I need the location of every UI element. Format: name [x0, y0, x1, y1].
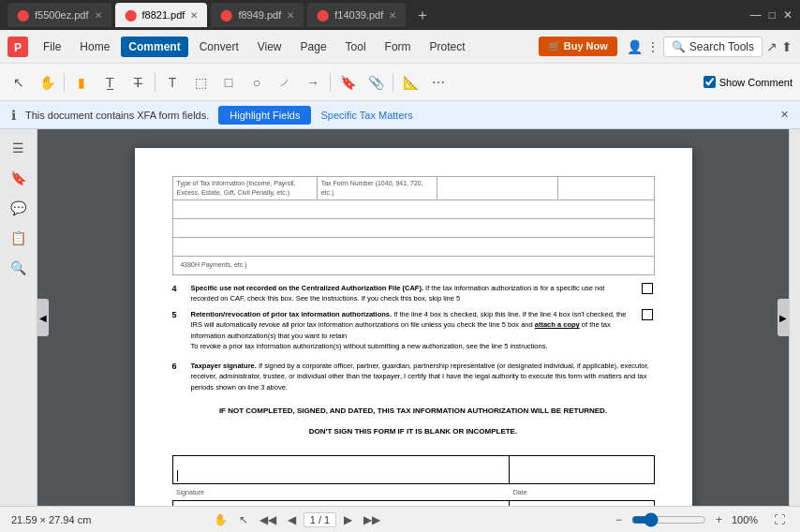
tab-f8949[interactable]: ⬤ f8949.pdf ✕	[211, 3, 304, 27]
menu-view[interactable]: View	[250, 37, 289, 57]
toolbar-separator-2	[155, 73, 156, 92]
upload-icon[interactable]: ⬆	[781, 39, 793, 54]
section5-title: Retention/revocation of prior tax inform…	[191, 310, 393, 318]
measure-tool[interactable]: 📐	[399, 71, 422, 94]
navigation-controls: ✋ ↖ ◀◀ ◀ 1 / 1 ▶ ▶▶	[210, 511, 384, 528]
menu-convert[interactable]: Convert	[192, 37, 246, 57]
signature-table: Signature Date Print Name	[172, 455, 655, 506]
main-area: ☰ 🔖 💬 📋 🔍 ◀ Type of Tax Information (Inc…	[0, 129, 800, 506]
zoom-in-button[interactable]: +	[712, 511, 726, 528]
menu-bar: P File Home Comment Convert View Page To…	[0, 30, 800, 64]
date-label: Date	[513, 489, 527, 495]
menu-page[interactable]: Page	[293, 37, 334, 57]
tab-label-f8949: f8949.pdf	[238, 9, 281, 21]
show-comment-checkbox[interactable]	[704, 76, 716, 88]
shape-tool[interactable]: □	[217, 71, 240, 94]
section-5: 5 Retention/revocation of prior tax info…	[172, 309, 655, 351]
toolbar-separator-4	[393, 73, 393, 92]
arrow-tool[interactable]: →	[302, 71, 324, 94]
pdf-document: Type of Tax Information (Income, Payroll…	[135, 148, 692, 506]
buy-now-button[interactable]: 🛒 Buy Now	[539, 37, 617, 56]
total-pages: 1	[324, 514, 330, 525]
pdf-content: Type of Tax Information (Income, Payroll…	[172, 176, 655, 506]
xfa-message: This document contains XFA form fields.	[25, 110, 209, 121]
left-sidebar: ☰ 🔖 💬 📋 🔍	[0, 129, 37, 506]
sidebar-icon-pages[interactable]: 📋	[7, 227, 30, 249]
sidebar-icon-search[interactable]: 🔍	[7, 257, 30, 279]
tab-close-f8821[interactable]: ✕	[190, 10, 198, 21]
zoom-level: 100%	[732, 514, 764, 525]
highlight-fields-button[interactable]: Highlight Fields	[218, 106, 311, 125]
last-page-button[interactable]: ▶▶	[360, 511, 384, 528]
menu-file[interactable]: File	[36, 37, 68, 57]
tab-f5500ez[interactable]: ⬤ f5500ez.pdf ✕	[7, 3, 111, 27]
tab-label-f8821: f8821.pdf	[142, 9, 185, 21]
pdf-viewer[interactable]: Type of Tax Information (Income, Payroll…	[37, 129, 789, 506]
minimize-button[interactable]: —	[750, 8, 762, 22]
specific-tax-link[interactable]: Specific Tax Matters	[320, 110, 412, 121]
oval-tool[interactable]: ○	[245, 71, 268, 94]
xfa-info-icon: ℹ	[11, 108, 16, 123]
line-tool[interactable]: ⟋	[274, 71, 296, 94]
tab-label-f5500ez: f5500ez.pdf	[35, 9, 89, 21]
section4-checkbox[interactable]	[642, 283, 653, 294]
tab-f8821[interactable]: ⬤ f8821.pdf ✕	[115, 3, 208, 27]
cursor-line	[177, 470, 178, 481]
fit-page-button[interactable]: ⛶	[770, 511, 789, 528]
section-6: 6 Taxpayer signature. If signed by a cor…	[172, 361, 655, 392]
menu-protect[interactable]: Protect	[422, 37, 473, 57]
stamp-tool[interactable]: 🔖	[336, 71, 359, 94]
collapse-sidebar-left-button[interactable]: ◀	[37, 299, 49, 336]
section4-title: Specific use not recorded on the Central…	[191, 284, 424, 292]
attach-tool[interactable]: 📎	[364, 71, 387, 94]
search-icon: 🔍	[672, 40, 686, 53]
tab-label-f14039: f14039.pdf	[334, 9, 383, 21]
highlight-tool[interactable]: ▮	[70, 71, 93, 94]
tab-f14039[interactable]: ⬤ f14039.pdf ✕	[307, 3, 406, 27]
tab-close-f5500ez[interactable]: ✕	[95, 10, 102, 21]
section6-text: If signed by a corporate officer, partne…	[191, 362, 649, 392]
zoom-controls: − + 100% ⛶	[612, 511, 789, 528]
page-indicator[interactable]: 1 / 1	[304, 512, 336, 527]
external-link-icon[interactable]: ↗	[766, 39, 778, 54]
menu-home[interactable]: Home	[72, 37, 117, 57]
cursor-tool-icon[interactable]: ↖	[235, 511, 252, 528]
close-button[interactable]: ✕	[783, 8, 793, 22]
prev-page-button[interactable]: ◀	[284, 511, 300, 528]
strikethrough-tool[interactable]: T̶	[126, 71, 149, 94]
callout-tool[interactable]: ⬚	[189, 71, 212, 94]
first-page-button[interactable]: ◀◀	[256, 511, 280, 528]
svg-text:P: P	[14, 41, 22, 54]
current-page: 1	[310, 514, 316, 525]
menu-comment[interactable]: Comment	[121, 37, 187, 57]
show-comment-checkbox-container[interactable]: Show Comment	[704, 76, 793, 88]
zoom-out-button[interactable]: −	[612, 511, 626, 528]
section5-attach-copy: attach a copy	[535, 320, 580, 329]
sidebar-icon-layers[interactable]: ☰	[7, 137, 30, 159]
text-comment-tool[interactable]: T	[161, 71, 184, 94]
sidebar-icon-bookmarks[interactable]: 🔖	[7, 167, 30, 189]
zoom-slider[interactable]	[631, 512, 706, 527]
tab-close-f14039[interactable]: ✕	[389, 10, 396, 21]
warning-block: IF NOT COMPLETED, SIGNED, AND DATED, THI…	[172, 406, 655, 437]
section5-checkbox[interactable]	[642, 309, 653, 320]
more-tool[interactable]: ⋯	[427, 71, 450, 94]
underline-tool[interactable]: T̲	[98, 71, 121, 94]
menu-tool[interactable]: Tool	[338, 37, 374, 57]
next-page-button[interactable]: ▶	[340, 511, 356, 528]
user-icon[interactable]: 👤	[627, 39, 643, 54]
search-tools[interactable]: 🔍 Search Tools	[663, 37, 763, 57]
menu-form[interactable]: Form	[378, 37, 419, 57]
add-tab-button[interactable]: ＋	[409, 6, 436, 25]
hand-tool[interactable]: ✋	[36, 71, 58, 94]
cursor-tool[interactable]: ↖	[7, 71, 30, 94]
sidebar-icon-comments[interactable]: 💬	[7, 197, 30, 219]
collapse-sidebar-right-button[interactable]: ▶	[778, 299, 789, 336]
tab-close-f8949[interactable]: ✕	[287, 10, 294, 21]
more-options-icon[interactable]: ⋮	[646, 39, 659, 54]
hand-tool-icon[interactable]: ✋	[210, 511, 231, 528]
window-controls: — □ ✕	[750, 8, 793, 22]
maximize-button[interactable]: □	[769, 8, 776, 22]
xfa-close-button[interactable]: ✕	[780, 109, 789, 121]
toolbar-separator-1	[64, 73, 65, 92]
